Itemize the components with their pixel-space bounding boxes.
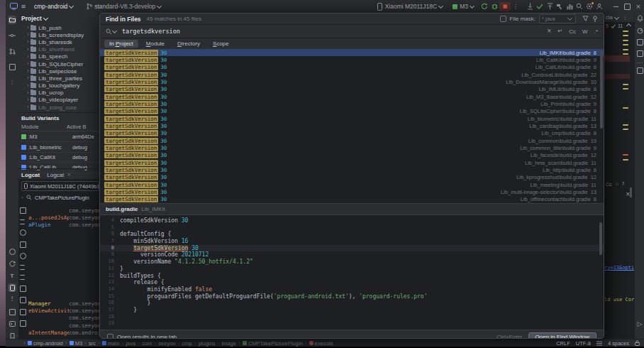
expand-chevron-icon[interactable]: › xyxy=(27,25,29,31)
line-separator-indicator[interactable]: CRLF xyxy=(556,340,570,347)
match-case-toggle[interactable]: Cc xyxy=(569,28,576,35)
expand-chevron-icon[interactable]: › xyxy=(27,39,29,45)
export-log-icon[interactable] xyxy=(20,241,26,248)
commit-tool-icon[interactable] xyxy=(8,31,16,40)
indent-indicator[interactable]: 4 spaces xyxy=(608,340,629,347)
project-tree-item[interactable]: › Lib_zxing_core xyxy=(21,104,99,111)
build-variants-tool-icon[interactable] xyxy=(8,62,16,71)
breadcrumb-item[interactable]: › execute xyxy=(303,340,333,347)
log-line[interactable]: com.seeyon. xyxy=(28,322,99,330)
pull-requests-tool-icon[interactable] xyxy=(8,47,16,55)
run-config-selector[interactable]: M3 xyxy=(451,3,475,10)
run-options-kebab-icon[interactable]: ⋮ xyxy=(511,1,521,11)
file-mask-checkbox[interactable] xyxy=(500,16,506,22)
file-mask-select[interactable]: *.java xyxy=(539,14,576,23)
log-line[interactable]: aIntentManager com.android xyxy=(28,330,99,337)
breadcrumb-item[interactable]: › M3 xyxy=(63,340,82,347)
scope-tab[interactable]: Module xyxy=(141,40,170,48)
project-selector[interactable]: cmp-android xyxy=(34,3,74,10)
help-icon[interactable]: ? xyxy=(622,182,625,187)
commit-icon[interactable] xyxy=(535,1,545,11)
todo-tool-icon[interactable]: T xyxy=(8,271,16,280)
update-project-icon[interactable] xyxy=(525,1,535,11)
inspections-widget[interactable]: 5 11 xyxy=(606,23,634,28)
project-tree-item[interactable]: › Lib_SQLiteCipher xyxy=(21,60,99,67)
breadcrumb-item[interactable]: › cmp-android xyxy=(21,340,63,347)
expand-chevron-icon[interactable]: › xyxy=(27,47,29,53)
tab-options-kebab-icon[interactable]: ⋮ xyxy=(623,15,628,21)
project-tree-item[interactable]: › Lib_screendisplay xyxy=(21,31,99,38)
build-icon[interactable] xyxy=(555,1,565,11)
encoding-indicator[interactable]: UTF-8 xyxy=(576,340,591,347)
variant-value[interactable]: debug xyxy=(72,164,87,170)
minimize-button[interactable] xyxy=(610,1,621,11)
expand-icon[interactable]: › xyxy=(21,195,23,200)
result-row[interactable]: targetSdkVersion 30 Lib_cmp\build.gradle… xyxy=(100,130,604,137)
result-row[interactable]: targetSdkVersion 30 Lib_IMLib\build.grad… xyxy=(100,86,604,93)
clear-search-icon[interactable]: × xyxy=(547,28,552,34)
scope-tab[interactable]: Scope xyxy=(208,40,234,48)
app-inspection-tool-icon[interactable] xyxy=(636,50,643,57)
result-row[interactable]: targetSdkVersion 30 Lib_meeting\build.gr… xyxy=(100,181,604,188)
result-row[interactable]: targetSdkVersion 30 Lib_multi-image-sele… xyxy=(100,188,604,195)
assistant-tool-icon[interactable] xyxy=(636,67,643,74)
logcat-settings-icon[interactable] xyxy=(20,253,26,259)
maximize-button[interactable] xyxy=(621,1,633,11)
device-explorer-tool-icon[interactable] xyxy=(8,308,16,316)
editor-tab-label[interactable]: cla xyxy=(606,14,613,21)
scroll-down-icon[interactable] xyxy=(20,275,25,280)
meet-tool-icon[interactable] xyxy=(8,247,16,256)
open-in-find-window-button[interactable]: Open in Find Window xyxy=(528,332,596,339)
expand-chevron-icon[interactable]: › xyxy=(27,83,29,89)
filter-star-icon[interactable]: ☆ xyxy=(615,182,619,187)
pause-logcat-icon[interactable] xyxy=(20,219,25,224)
prev-problem-icon[interactable] xyxy=(626,23,631,28)
expand-chevron-icon[interactable]: › xyxy=(27,104,29,110)
open-results-checkbox[interactable] xyxy=(107,334,113,339)
rerun-icon[interactable] xyxy=(479,1,489,11)
settings-icon[interactable] xyxy=(584,1,594,11)
device-selector[interactable]: Xiaomi M2011J18C xyxy=(375,1,445,11)
tab-list-chevron-icon[interactable] xyxy=(614,14,619,19)
build-variant-row[interactable]: :Lib_CallKit debug xyxy=(20,153,99,163)
result-row[interactable]: targetSdkVersion 30 Lib_CallLib\build.gr… xyxy=(100,64,604,71)
push-icon[interactable] xyxy=(545,1,555,11)
account-icon[interactable] xyxy=(594,1,604,11)
breadcrumb-item[interactable]: › image xyxy=(215,340,235,347)
whole-words-toggle[interactable]: W xyxy=(582,28,588,35)
problems-tool-icon[interactable]: ! xyxy=(8,295,16,304)
variant-value[interactable]: debug xyxy=(72,144,87,151)
branch-selector[interactable]: standard-V8.3-develop xyxy=(84,1,162,11)
device-manager-tool-icon[interactable] xyxy=(636,38,643,45)
scope-tab[interactable]: Directory xyxy=(172,40,205,48)
result-row[interactable]: targetSdkVersion 30 Lib_M3_Base\build.gr… xyxy=(100,93,604,100)
scroll-up-icon[interactable] xyxy=(20,265,25,270)
main-menu-icon[interactable]: ≡ xyxy=(18,1,28,11)
expand-chevron-icon[interactable]: › xyxy=(27,61,29,67)
expand-chevron-icon[interactable]: › xyxy=(27,97,29,103)
log-line[interactable]: com.seeyon. xyxy=(28,315,99,322)
logcat-device-selector[interactable]: Xiaomi M2011J18C (74d49b1a) And xyxy=(21,181,99,191)
expand-chevron-icon[interactable]: › xyxy=(27,68,29,74)
build-variant-row[interactable]: :Lib_biometric debug xyxy=(20,142,99,152)
restart-logcat-icon[interactable] xyxy=(20,229,26,236)
debug-icon[interactable] xyxy=(489,1,499,11)
project-tool-icon[interactable] xyxy=(8,16,16,24)
log-line[interactable]: com.seeyon. xyxy=(28,207,99,214)
screen-record-icon[interactable] xyxy=(20,320,26,327)
breadcrumb-item[interactable]: › src xyxy=(82,340,96,347)
result-row[interactable]: targetSdkVersion 30 Lib_offlinecontact\b… xyxy=(100,196,604,203)
logcat-tab[interactable]: Logcat × xyxy=(47,172,71,178)
gradle-tool-icon[interactable] xyxy=(636,27,643,34)
search-everywhere-icon[interactable] xyxy=(574,1,584,11)
breadcrumb-item[interactable]: › cmp xyxy=(176,340,192,347)
result-row[interactable]: targetSdkVersion 30 Lib_hms_scan\build.g… xyxy=(100,159,604,166)
tab-close-icon[interactable]: × xyxy=(67,173,71,178)
logcat-panel-title[interactable]: Logcat xyxy=(21,172,40,178)
filter-icon[interactable] xyxy=(582,16,589,22)
breadcrumb-item[interactable]: › main xyxy=(96,340,119,347)
result-row[interactable]: targetSdkVersion 30 Lib_cardbag\build.gr… xyxy=(100,122,604,129)
logcat-filter-field[interactable]: › CMPTakePicturePlugin xyxy=(21,193,99,202)
running-devices-tool-icon[interactable] xyxy=(8,283,16,292)
result-row[interactable]: targetSdkVersion 30 Lib_IMKit\build.grad… xyxy=(100,49,604,56)
